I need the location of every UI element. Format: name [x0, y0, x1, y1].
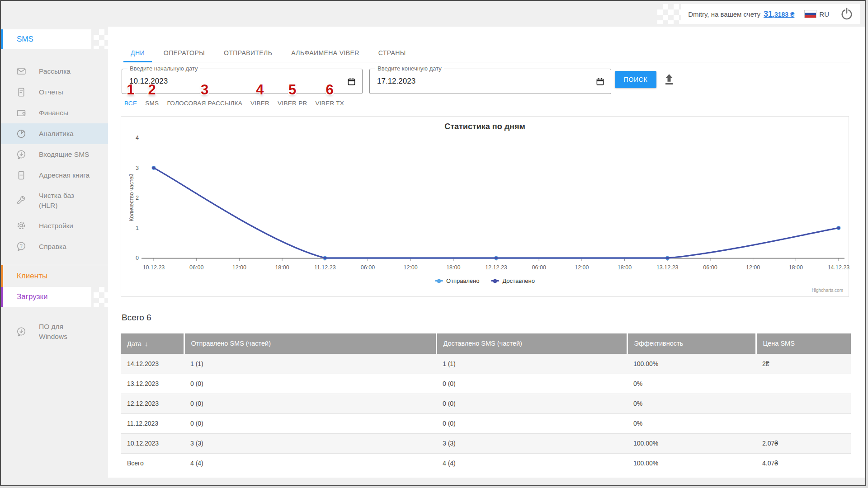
tab-dni[interactable]: ДНИ	[123, 44, 152, 62]
total-caption: Всего 6	[122, 313, 151, 323]
tab-strany[interactable]: СТРАНЫ	[371, 44, 413, 62]
user-account-area: Dmitry, на вашем счету 31,3183 ₴ RU	[681, 4, 860, 24]
chart-panel: Статистика по дням Количество частей 10.…	[121, 116, 849, 297]
gear-icon	[16, 220, 27, 231]
channel-filter-sms[interactable]: 2 SMS	[145, 97, 159, 107]
balance-link[interactable]: 31,3183 ₴	[764, 9, 794, 19]
sort-descending-icon: ↓	[145, 340, 148, 347]
channel-filter-viber[interactable]: 4 VIBER	[250, 97, 269, 107]
table-row-total: Всего4 (4)4 (4)100.00%4.07₴	[121, 453, 851, 473]
address-book-icon	[16, 170, 27, 181]
svg-text:18:00: 18:00	[789, 264, 803, 271]
line-chart: 10.12.2306:0012:0018:0011.12.2306:0012:0…	[121, 117, 849, 297]
upload-icon	[662, 72, 676, 86]
svg-text:11.12.23: 11.12.23	[314, 264, 336, 271]
channel-filter-viber-pr[interactable]: 5 VIBER PR	[278, 97, 307, 107]
sidebar-item-rassylka[interactable]: Рассылка	[1, 61, 108, 82]
export-upload-button[interactable]	[662, 72, 676, 86]
top-bar: Dmitry, на вашем счету 31,3183 ₴ RU	[1, 1, 865, 27]
sidebar: SMS Рассылка Отчеты Финансы Аналитика	[1, 27, 108, 485]
envelope-icon	[16, 66, 27, 77]
highcharts-credits[interactable]: Highcharts.com	[812, 288, 843, 293]
svg-text:06:00: 06:00	[703, 264, 717, 271]
analytics-tabs: ДНИ ОПЕРАТОРЫ ОТПРАВИТЕЛЬ АЛЬФАИМЕНА VIB…	[123, 44, 850, 62]
end-date-value[interactable]: 17.12.2023	[377, 77, 415, 86]
language-flag-icon[interactable]	[804, 10, 816, 18]
svg-text:12:00: 12:00	[746, 264, 760, 271]
sidebar-section-downloads-label: Загрузки	[17, 292, 47, 301]
start-date-label: Введите начальную дату	[127, 65, 200, 72]
table-row: 10.12.20233 (3)3 (3)100.00%2.07₴	[121, 433, 851, 453]
svg-text:18:00: 18:00	[446, 264, 460, 271]
column-header-delivered: Доставлено SMS (частей)	[436, 333, 627, 354]
sidebar-section-downloads[interactable]: Загрузки	[1, 287, 91, 307]
tab-otpravitel[interactable]: ОТПРАВИТЕЛЬ	[217, 44, 279, 62]
end-date-field[interactable]: Введите конечную дату 17.12.2023	[369, 69, 611, 94]
tab-alfaimena-viber[interactable]: АЛЬФАИМЕНА VIBER	[284, 44, 367, 62]
sidebar-item-chistka-baz-hlr[interactable]: Чистка баз (HLR)	[1, 186, 108, 215]
svg-text:12:00: 12:00	[232, 264, 246, 271]
sidebar-item-adresnaya-kniga[interactable]: Адресная книга	[1, 165, 108, 186]
sidebar-item-vhodyashchie-sms[interactable]: Входящие SMS	[1, 144, 108, 165]
sidebar-menu: Рассылка Отчеты Финансы Аналитика Входящ…	[1, 49, 108, 257]
search-button[interactable]: ПОИСК	[615, 71, 656, 88]
app-window: Dmitry, на вашем счету 31,3183 ₴ RU SMS …	[0, 0, 866, 486]
table-row: 14.12.20231 (1)1 (1)100.00%2₴	[121, 354, 851, 374]
legend-item[interactable]: Доставлено	[491, 277, 535, 284]
svg-text:1: 1	[136, 225, 139, 231]
calendar-icon[interactable]	[347, 77, 356, 86]
main-content: ДНИ ОПЕРАТОРЫ ОТПРАВИТЕЛЬ АЛЬФАИМЕНА VIB…	[108, 27, 866, 478]
sidebar-item-finansy[interactable]: Финансы	[1, 103, 108, 123]
wallet-icon	[16, 108, 27, 118]
svg-text:18:00: 18:00	[275, 264, 289, 271]
svg-text:12.12.23: 12.12.23	[485, 264, 507, 271]
svg-text:10.12.23: 10.12.23	[143, 264, 165, 271]
legend-item[interactable]: Отправлено	[435, 277, 479, 284]
logout-power-button[interactable]	[839, 6, 854, 22]
svg-text:?: ?	[20, 243, 23, 249]
channel-filter-viber-tx[interactable]: 6 VIBER TX	[315, 97, 344, 107]
svg-text:13.12.23: 13.12.23	[656, 264, 679, 271]
table-row: 13.12.20230 (0)0 (0)0%	[121, 374, 851, 394]
sidebar-item-spravka[interactable]: ? Справка	[1, 236, 108, 257]
svg-text:0: 0	[136, 255, 139, 261]
chart-legend: ОтправленоДоставлено	[121, 277, 849, 284]
sidebar-section-sms[interactable]: SMS	[1, 29, 91, 49]
pie-chart-icon	[16, 128, 27, 139]
svg-text:18:00: 18:00	[618, 264, 632, 271]
sidebar-item-otchety[interactable]: Отчеты	[1, 82, 108, 103]
wrench-icon	[16, 195, 27, 206]
channel-filter-voice[interactable]: 3 ГОЛОСОВАЯ РАССЫЛКА	[167, 97, 242, 107]
table-row: 11.12.20230 (0)0 (0)0%	[121, 413, 851, 433]
sidebar-item-nastroyki[interactable]: Настройки	[1, 215, 108, 236]
user-greeting: Dmitry, на вашем счету	[688, 10, 760, 18]
tab-operatory[interactable]: ОПЕРАТОРЫ	[156, 44, 212, 62]
language-code[interactable]: RU	[819, 10, 829, 18]
column-header-efficiency: Эффективность	[627, 333, 756, 354]
sidebar-item-analitika[interactable]: Аналитика	[1, 123, 108, 144]
inbox-icon	[16, 149, 27, 160]
table-row: 12.12.20230 (0)0 (0)0%	[121, 394, 851, 413]
annotation-number-5: 5	[288, 83, 297, 97]
power-icon	[840, 7, 854, 20]
sidebar-section-clients-label: Клиенты	[17, 272, 47, 281]
sidebar-item-po-dlya-windows[interactable]: ПО для Windows	[1, 317, 108, 346]
svg-text:06:00: 06:00	[189, 264, 203, 271]
annotation-number-2: 2	[148, 83, 156, 97]
sidebar-section-clients[interactable]: Клиенты	[1, 265, 91, 287]
pixel-decoration	[657, 4, 681, 24]
column-header-sent: Отправлено SMS (частей)	[184, 333, 436, 354]
svg-text:06:00: 06:00	[532, 264, 546, 271]
help-icon: ?	[16, 241, 27, 252]
annotation-number-4: 4	[256, 83, 264, 97]
channel-filter-all[interactable]: 1 ВСЕ	[124, 97, 137, 107]
svg-text:12:00: 12:00	[575, 264, 589, 271]
report-icon	[16, 87, 27, 98]
calendar-icon[interactable]	[596, 77, 604, 86]
column-header-date[interactable]: Дата↓	[121, 333, 184, 354]
annotation-number-1: 1	[127, 83, 135, 97]
stats-table: Дата↓ Отправлено SMS (частей) Доставлено…	[121, 333, 851, 473]
svg-text:4: 4	[136, 135, 139, 141]
svg-text:14.12.23: 14.12.23	[828, 264, 849, 271]
svg-text:06:00: 06:00	[361, 264, 375, 271]
